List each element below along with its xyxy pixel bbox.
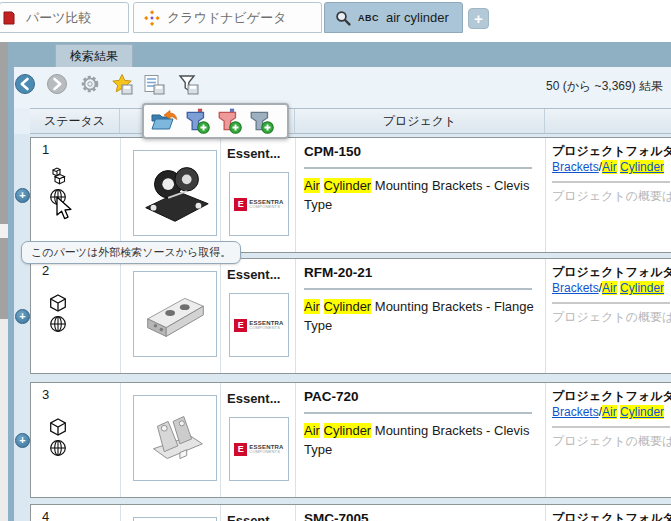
tab-parts-compare[interactable]: パーツ比較: [0, 2, 129, 33]
divider: [304, 412, 532, 414]
result-row-3[interactable]: 3 Esse: [30, 382, 671, 498]
save-list-icon[interactable]: [143, 73, 165, 95]
back-button[interactable]: [14, 73, 36, 95]
external-source-tooltip: このパーツは外部検索ソースから取得。: [21, 241, 241, 264]
catalog-cell: Essent: [221, 505, 296, 521]
part-cube-icon: [48, 417, 68, 437]
preview-cell: [121, 383, 221, 497]
search-icon: [335, 10, 351, 26]
part-thumbnail[interactable]: [133, 517, 217, 521]
expand-row-1-button[interactable]: +: [15, 188, 30, 203]
row-number: 2: [42, 263, 49, 278]
add-part-blue-icon[interactable]: [184, 108, 210, 134]
part-number[interactable]: CPM-150: [304, 144, 361, 159]
status-cell: 3: [31, 383, 121, 497]
tab-label: パーツ比較: [26, 9, 92, 27]
globe-icon: [48, 314, 68, 334]
divider: [552, 302, 670, 304]
settings-gear-icon[interactable]: [79, 73, 101, 95]
toolbar: 50 (から ~3,369) 結果: [14, 67, 671, 108]
folder-label: プロジェクトフォルダ:: [552, 143, 671, 160]
status-cell: 4: [31, 505, 121, 521]
catalog-cell: Essent... E ESSENTRACOMPONENTS: [221, 383, 296, 497]
tab-label: クラウドナビゲータ: [167, 9, 286, 27]
preview-cell: [121, 138, 221, 252]
project-folder-cell: プロジェクトフォルダ: Brackets/Air Cylinder プロジェクト…: [546, 259, 671, 373]
catalog-name[interactable]: Essent...: [227, 391, 280, 406]
starburst-icon: [144, 10, 160, 26]
part-description: Air Cylinder Mounting Brackets - Flange …: [304, 297, 549, 335]
result-count: 50 (から ~3,369) 結果: [546, 78, 663, 95]
mouse-cursor: [55, 196, 75, 222]
part-number[interactable]: PAC-720: [304, 389, 359, 404]
catalog-logo-box[interactable]: E ESSENTRACOMPONENTS: [229, 417, 289, 481]
table-header: ステータス カタログ プロジェクト: [30, 108, 671, 134]
tab-cloud-navigator[interactable]: クラウドナビゲータ: [133, 2, 322, 33]
status-cell: 2: [31, 259, 121, 373]
part-description: Air Cylinder Mounting Brackets - Clevis …: [304, 421, 549, 459]
result-row-4[interactable]: 4 Essent SMC-7005 プロジェクトフォルダ:: [30, 504, 671, 521]
new-tab-button[interactable]: +: [468, 8, 489, 29]
part-thumbnail-clevis-bracket[interactable]: [133, 150, 217, 236]
expand-row-3-button[interactable]: +: [15, 433, 30, 448]
project-summary: プロジェクトの概要はあ: [552, 188, 671, 205]
catalog-name[interactable]: Essent...: [227, 267, 280, 282]
catalog-logo-box[interactable]: E ESSENTRACOMPONENTS: [229, 172, 289, 236]
project-folder-cell: プロジェクトフォルダ: Brackets/Air Cylinder プロジェクト…: [546, 138, 671, 252]
bookmark-red-icon: [3, 10, 19, 26]
part-number[interactable]: RFM-20-21: [304, 265, 372, 280]
header-project[interactable]: プロジェクト: [295, 109, 545, 133]
folder-links[interactable]: Brackets/Air Cylinder: [552, 405, 664, 419]
tab-bar: パーツ比較 クラウドナビゲータ ABC air cylinder +: [0, 0, 671, 42]
row-number: 1: [42, 142, 49, 157]
tab-search-air-cylinder[interactable]: ABC air cylinder: [324, 2, 463, 33]
catalog-name[interactable]: Essent: [227, 513, 270, 521]
save-filter-icon[interactable]: [177, 73, 199, 95]
floating-toolbar: [142, 103, 289, 139]
preview-cell: [121, 259, 221, 373]
add-part-grey-icon[interactable]: [248, 108, 274, 134]
folder-links[interactable]: Brackets/Air Cylinder: [552, 160, 664, 174]
results-list: 1: [14, 134, 671, 521]
add-part-red-icon[interactable]: [216, 108, 242, 134]
globe-icon: [48, 438, 68, 458]
project-cell: PAC-720 Air Cylinder Mounting Brackets -…: [296, 383, 546, 497]
forward-button[interactable]: [46, 73, 68, 95]
preview-cell: [121, 505, 221, 521]
divider: [304, 167, 532, 169]
splitter-handle[interactable]: [0, 224, 8, 238]
app-window: パーツ比較 クラウドナビゲータ ABC air cylinder + 検索結果 …: [0, 0, 671, 521]
essentra-logo: E ESSENTRACOMPONENTS: [234, 319, 283, 332]
part-thumbnail-flange-block[interactable]: [133, 271, 217, 357]
catalog-name[interactable]: Essent...: [227, 146, 280, 161]
status-cell: 1: [31, 138, 121, 252]
project-cell: RFM-20-21 Air Cylinder Mounting Brackets…: [296, 259, 546, 373]
folder-label: プロジェクトフォルダ:: [552, 388, 671, 405]
header-status[interactable]: ステータス: [30, 109, 120, 133]
folder-links[interactable]: Brackets/Air Cylinder: [552, 281, 664, 295]
left-splitter[interactable]: [0, 42, 8, 319]
expand-row-2-button[interactable]: +: [15, 309, 30, 324]
part-thumbnail-foot-bracket[interactable]: [133, 395, 217, 481]
tab-search-results[interactable]: 検索結果: [55, 44, 133, 67]
divider: [304, 288, 532, 290]
divider: [552, 181, 670, 183]
result-row-1[interactable]: 1: [30, 137, 671, 253]
project-folder-cell: プロジェクトフォルダ: Brackets/Air Cylinder プロジェクト…: [546, 383, 671, 497]
part-number[interactable]: SMC-7005: [304, 511, 369, 521]
part-description: Air Cylinder Mounting Brackets - Clevis …: [304, 176, 549, 214]
catalog-cell: Essent... E ESSENTRACOMPONENTS: [221, 259, 296, 373]
result-row-2[interactable]: 2 Esse: [30, 258, 671, 374]
project-summary: プロジェクトの概要はあ: [552, 433, 671, 450]
header-folder[interactable]: [545, 109, 671, 133]
catalog-cell: Essent... E ESSENTRACOMPONENTS: [221, 138, 296, 252]
save-favorite-icon[interactable]: [111, 73, 133, 95]
project-folder-cell: プロジェクトフォルダ:: [546, 505, 671, 521]
open-folder-icon[interactable]: [150, 108, 178, 134]
project-cell: CPM-150 Air Cylinder Mounting Brackets -…: [296, 138, 546, 252]
part-cube-icon: [48, 293, 68, 313]
folder-label: プロジェクトフォルダ:: [552, 264, 671, 281]
tab-label: air cylinder: [386, 10, 449, 25]
divider: [552, 426, 670, 428]
catalog-logo-box[interactable]: E ESSENTRACOMPONENTS: [229, 293, 289, 357]
